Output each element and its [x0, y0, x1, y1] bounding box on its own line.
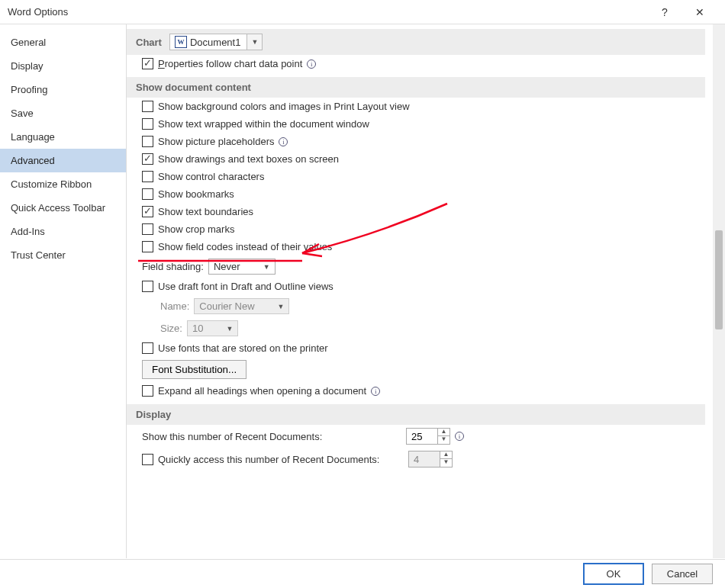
- show-field-codes-checkbox[interactable]: [142, 241, 153, 252]
- sidebar-item-advanced[interactable]: Advanced: [0, 149, 126, 172]
- expand-headings-label: Expand all headings when opening a docum…: [158, 385, 366, 397]
- recent-docs-input[interactable]: [407, 429, 437, 444]
- recent-docs-label: Show this number of Recent Documents:: [142, 431, 401, 442]
- section-chart-label: Chart: [136, 37, 162, 48]
- info-icon[interactable]: i: [279, 137, 288, 146]
- spin-down-icon[interactable]: ▼: [438, 436, 450, 444]
- sidebar-item-proofing[interactable]: Proofing: [0, 78, 126, 101]
- sidebar-item-display[interactable]: Display: [0, 54, 126, 78]
- draft-font-name-value: Courier New: [199, 300, 254, 312]
- show-text-boundaries-label: Show text boundaries: [158, 206, 253, 217]
- quick-access-spinner: ▲▼: [408, 451, 453, 468]
- draft-font-name-dropdown: Courier New ▼: [194, 298, 289, 314]
- draft-font-name-label: Name:: [160, 300, 189, 312]
- show-drawings-checkbox[interactable]: [142, 153, 153, 165]
- help-icon[interactable]: ?: [647, 0, 682, 24]
- show-bookmarks-label: Show bookmarks: [158, 188, 234, 200]
- chevron-down-icon: ▼: [278, 303, 285, 310]
- quick-access-checkbox[interactable]: [142, 454, 153, 465]
- sidebar-item-general[interactable]: General: [0, 31, 126, 54]
- info-icon[interactable]: i: [455, 432, 464, 441]
- section-display: Display: [127, 404, 705, 425]
- section-doc-content-label: Show document content: [136, 82, 251, 93]
- draft-font-size-dropdown: 10 ▼: [187, 320, 238, 336]
- show-control-label: Show control characters: [158, 171, 264, 182]
- show-background-label: Show background colors and images in Pri…: [158, 101, 410, 112]
- sidebar-item-trust-center[interactable]: Trust Center: [0, 243, 126, 267]
- properties-follow-checkbox[interactable]: [142, 58, 153, 69]
- vertical-scrollbar[interactable]: [713, 24, 725, 558]
- show-picture-checkbox[interactable]: [142, 136, 153, 147]
- sidebar-item-add-ins[interactable]: Add-Ins: [0, 220, 126, 243]
- recent-docs-spinner[interactable]: ▲▼: [406, 428, 450, 445]
- sidebar-item-customize-ribbon[interactable]: Customize Ribbon: [0, 172, 126, 196]
- field-shading-value: Never: [214, 261, 240, 272]
- spin-down-icon: ▼: [440, 459, 452, 467]
- show-background-checkbox[interactable]: [142, 101, 153, 112]
- window-title: Word Options: [8, 6, 647, 18]
- info-icon[interactable]: i: [307, 59, 316, 69]
- show-crop-label: Show crop marks: [158, 223, 234, 235]
- titlebar: Word Options ? ✕: [0, 0, 725, 24]
- expand-headings-checkbox[interactable]: [142, 385, 153, 397]
- chevron-down-icon: ▼: [226, 325, 233, 333]
- properties-follow-label: Properties follow chart data point: [158, 58, 302, 69]
- show-crop-checkbox[interactable]: [142, 223, 153, 235]
- sidebar: GeneralDisplayProofingSaveLanguageAdvanc…: [0, 24, 127, 558]
- info-icon[interactable]: i: [371, 387, 380, 396]
- show-text-boundaries-checkbox[interactable]: [142, 206, 153, 217]
- draft-font-size-label: Size:: [160, 323, 182, 334]
- section-doc-content: Show document content: [127, 77, 705, 98]
- show-wrap-label: Show text wrapped within the document wi…: [158, 118, 369, 130]
- chevron-down-icon: ▼: [246, 34, 262, 50]
- show-drawings-label: Show drawings and text boxes on screen: [158, 153, 339, 165]
- field-shading-label: Field shading:: [142, 261, 204, 272]
- word-doc-icon: W: [175, 36, 187, 48]
- show-bookmarks-checkbox[interactable]: [142, 188, 153, 200]
- content-pane: Chart W Document1 ▼ Properties follow ch…: [127, 24, 713, 558]
- font-substitution-button[interactable]: Font Substitution...: [142, 360, 246, 379]
- show-control-checkbox[interactable]: [142, 171, 153, 182]
- printer-fonts-label: Use fonts that are stored on the printer: [158, 342, 328, 354]
- dialog-footer: OK Cancel: [0, 559, 725, 588]
- printer-fonts-checkbox[interactable]: [142, 342, 153, 354]
- show-wrap-checkbox[interactable]: [142, 118, 153, 130]
- quick-access-input: [409, 451, 440, 467]
- sidebar-item-save[interactable]: Save: [0, 101, 126, 125]
- sidebar-item-quick-access-toolbar[interactable]: Quick Access Toolbar: [0, 196, 126, 220]
- ok-button[interactable]: OK: [583, 563, 644, 585]
- scrollbar-thumb[interactable]: [715, 230, 723, 329]
- sidebar-item-language[interactable]: Language: [0, 125, 126, 149]
- chart-document-value: Document1: [190, 37, 240, 48]
- section-display-label: Display: [136, 409, 171, 420]
- show-picture-label: Show picture placeholders: [158, 136, 274, 147]
- use-draft-font-label: Use draft font in Draft and Outline view…: [158, 281, 334, 292]
- quick-access-label: Quickly access this number of Recent Doc…: [158, 454, 404, 465]
- chart-document-dropdown[interactable]: W Document1 ▼: [169, 34, 263, 50]
- draft-font-size-value: 10: [192, 323, 203, 334]
- section-chart: Chart W Document1 ▼: [127, 29, 705, 55]
- close-icon[interactable]: ✕: [682, 0, 717, 24]
- show-field-codes-label: Show field codes instead of their values: [158, 241, 332, 252]
- chevron-down-icon: ▼: [263, 263, 270, 271]
- use-draft-font-checkbox[interactable]: [142, 281, 153, 292]
- field-shading-dropdown[interactable]: Never ▼: [208, 259, 276, 275]
- cancel-button[interactable]: Cancel: [652, 564, 713, 584]
